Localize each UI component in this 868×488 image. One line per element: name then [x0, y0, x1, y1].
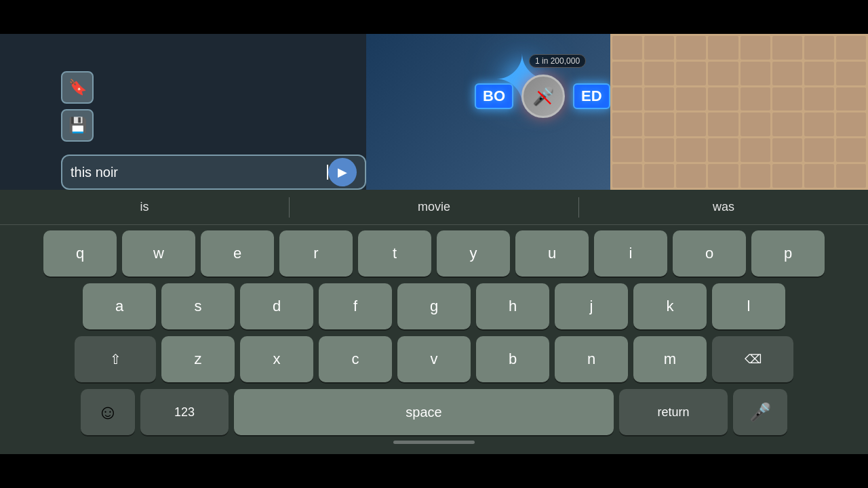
chat-input-container: this noir ▶ — [61, 155, 366, 190]
brick-wall — [610, 34, 868, 190]
badge-ed: ED — [573, 83, 610, 109]
swipe-indicator — [393, 441, 475, 444]
key-j[interactable]: j — [555, 283, 628, 329]
key-e[interactable]: e — [201, 230, 274, 277]
keyboard-rows: q w e r t y u i o p a s d f g h j k l ⇧ … — [0, 225, 868, 385]
key-row-1: q w e r t y u i o p — [7, 230, 861, 277]
bottom-key-row: ☺ 123 space return 🎤 — [0, 389, 868, 435]
right-game-panel: 1 in 200,000 BO 🎤| ED — [366, 34, 868, 190]
key-k[interactable]: k — [633, 283, 707, 329]
keyboard-area: is movie was q w e r t y u i o p a s d f… — [0, 190, 868, 488]
game-badge: BO 🎤| ED — [475, 75, 610, 118]
space-key[interactable]: space — [234, 389, 614, 435]
key-n[interactable]: n — [555, 336, 628, 382]
key-o[interactable]: o — [673, 230, 746, 277]
delete-key[interactable]: ⌫ — [712, 336, 793, 382]
key-p[interactable]: p — [751, 230, 825, 277]
key-row-3: ⇧ z x c v b n m ⌫ — [7, 336, 861, 382]
autocomplete-bar: is movie was — [0, 190, 868, 225]
key-i[interactable]: i — [594, 230, 667, 277]
badge-bo: BO — [475, 83, 513, 109]
key-m[interactable]: m — [633, 336, 707, 382]
key-y[interactable]: y — [437, 230, 510, 277]
key-c[interactable]: c — [319, 336, 392, 382]
key-h[interactable]: h — [476, 283, 549, 329]
key-q[interactable]: q — [43, 230, 117, 277]
chat-text[interactable]: this noir — [71, 165, 326, 180]
key-l[interactable]: l — [712, 283, 785, 329]
key-w[interactable]: w — [122, 230, 195, 277]
emoji-key[interactable]: ☺ — [81, 389, 135, 435]
autocomplete-is[interactable]: is — [0, 193, 289, 221]
return-key[interactable]: return — [619, 389, 728, 435]
key-s[interactable]: s — [161, 283, 235, 329]
key-z[interactable]: z — [161, 336, 235, 382]
microphone-key[interactable]: 🎤 — [733, 389, 787, 435]
key-b[interactable]: b — [476, 336, 549, 382]
key-f[interactable]: f — [319, 283, 392, 329]
key-d[interactable]: d — [240, 283, 313, 329]
key-g[interactable]: g — [397, 283, 471, 329]
save-icon[interactable]: 💾 — [61, 109, 94, 142]
top-bar — [0, 0, 868, 34]
numbers-key[interactable]: 123 — [140, 389, 229, 435]
key-t[interactable]: t — [358, 230, 431, 277]
game-area: 🔖 💾 this noir ▶ 1 in 200,000 BO 🎤| ED — [0, 34, 868, 190]
sidebar: 🔖 💾 — [61, 71, 94, 142]
bottom-bar — [0, 454, 868, 488]
autocomplete-was[interactable]: was — [579, 193, 868, 221]
key-r[interactable]: r — [279, 230, 353, 277]
autocomplete-movie[interactable]: movie — [290, 193, 578, 221]
key-a[interactable]: a — [83, 283, 156, 329]
send-button[interactable]: ▶ — [328, 158, 357, 186]
mute-mic-icon[interactable]: 🎤| — [532, 86, 554, 107]
game-counter: 1 in 200,000 — [529, 54, 586, 68]
shift-key[interactable]: ⇧ — [75, 336, 156, 382]
key-u[interactable]: u — [515, 230, 589, 277]
key-x[interactable]: x — [240, 336, 313, 382]
bookmark-icon[interactable]: 🔖 — [61, 71, 94, 104]
key-row-2: a s d f g h j k l — [7, 283, 861, 329]
key-v[interactable]: v — [397, 336, 471, 382]
